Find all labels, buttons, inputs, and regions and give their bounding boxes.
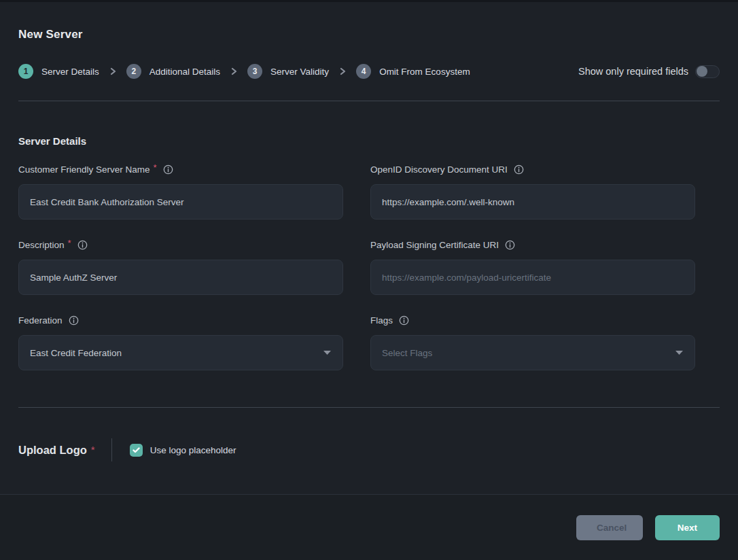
step-label: Server Validity — [270, 67, 329, 77]
caret-down-icon — [675, 350, 684, 355]
wizard-footer: Cancel Next — [0, 494, 738, 560]
required-asterisk: * — [154, 162, 157, 173]
required-asterisk: * — [91, 444, 95, 455]
step-number-badge: 3 — [247, 64, 262, 79]
cancel-button[interactable]: Cancel — [576, 515, 643, 540]
stepper: 1 Server Details 2 Additional Details 3 … — [18, 64, 470, 79]
field-label: OpenID Discovery Document URI — [370, 164, 508, 175]
info-icon[interactable] — [514, 164, 524, 175]
chevron-right-icon — [230, 67, 238, 75]
step-label: Omit From Ecosystem — [379, 67, 470, 77]
step-number-badge: 2 — [126, 64, 141, 79]
flags-select[interactable]: Select Flags — [370, 335, 695, 370]
field-flags: Flags Select Flags — [370, 314, 695, 370]
federation-select-value: East Credit Federation — [30, 348, 122, 358]
toggle-knob — [697, 66, 707, 77]
new-server-page: New Server 1 Server Details 2 Additional… — [0, 2, 738, 560]
federation-select[interactable]: East Credit Federation — [18, 335, 343, 370]
caret-down-icon — [323, 350, 332, 355]
payload-cert-uri-input[interactable] — [370, 260, 695, 295]
field-server-name: Customer Friendly Server Name* — [18, 163, 343, 220]
step-label: Server Details — [41, 67, 99, 77]
step-server-validity[interactable]: 3 Server Validity — [247, 64, 329, 79]
field-label: Federation — [18, 315, 63, 326]
show-required-toggle-group: Show only required fields — [578, 65, 720, 78]
next-button[interactable]: Next — [655, 515, 720, 540]
section-title: Server Details — [18, 135, 720, 147]
info-icon[interactable] — [77, 240, 88, 250]
step-number-badge: 1 — [18, 64, 33, 79]
step-label: Additional Details — [150, 67, 220, 77]
field-label: Flags — [370, 315, 393, 326]
field-federation: Federation East Credit Federation — [18, 314, 343, 370]
flags-select-placeholder: Select Flags — [382, 348, 432, 358]
form-grid: Customer Friendly Server Name* OpenID Di… — [18, 163, 720, 370]
field-payload-cert-uri: Payload Signing Certificate URI — [370, 239, 695, 295]
vertical-divider — [111, 438, 112, 461]
show-required-toggle[interactable] — [695, 65, 720, 78]
info-icon[interactable] — [163, 164, 173, 175]
info-icon[interactable] — [505, 240, 515, 250]
info-icon[interactable] — [69, 315, 79, 326]
wizard-header: New Server 1 Server Details 2 Additional… — [0, 2, 738, 101]
field-openid-uri: OpenID Discovery Document URI — [370, 163, 695, 220]
step-additional-details[interactable]: 2 Additional Details — [126, 64, 220, 79]
field-label: Customer Friendly Server Name — [18, 164, 150, 175]
use-logo-placeholder-option[interactable]: Use logo placeholder — [130, 444, 236, 457]
server-name-input[interactable] — [18, 184, 343, 220]
field-label: Description — [18, 240, 65, 250]
show-required-toggle-label: Show only required fields — [578, 66, 688, 77]
checkbox-checked-icon[interactable] — [130, 444, 143, 457]
step-omit-from-ecosystem[interactable]: 4 Omit From Ecosystem — [356, 64, 470, 79]
section-divider — [18, 407, 720, 408]
server-details-form: Server Details Customer Friendly Server … — [0, 101, 738, 494]
field-label: Payload Signing Certificate URI — [370, 240, 499, 250]
chevron-right-icon — [338, 67, 347, 75]
chevron-right-icon — [109, 67, 117, 75]
step-number-badge: 4 — [356, 64, 371, 79]
required-asterisk: * — [68, 238, 71, 248]
upload-logo-section: Upload Logo * Use logo placeholder — [18, 438, 720, 462]
description-input[interactable] — [18, 260, 343, 295]
info-icon[interactable] — [399, 315, 409, 326]
page-title: New Server — [18, 28, 720, 41]
checkbox-label: Use logo placeholder — [150, 445, 236, 455]
openid-uri-input[interactable] — [370, 184, 695, 220]
step-server-details[interactable]: 1 Server Details — [18, 64, 99, 79]
upload-logo-title: Upload Logo — [18, 444, 87, 457]
field-description: Description* — [18, 239, 343, 295]
